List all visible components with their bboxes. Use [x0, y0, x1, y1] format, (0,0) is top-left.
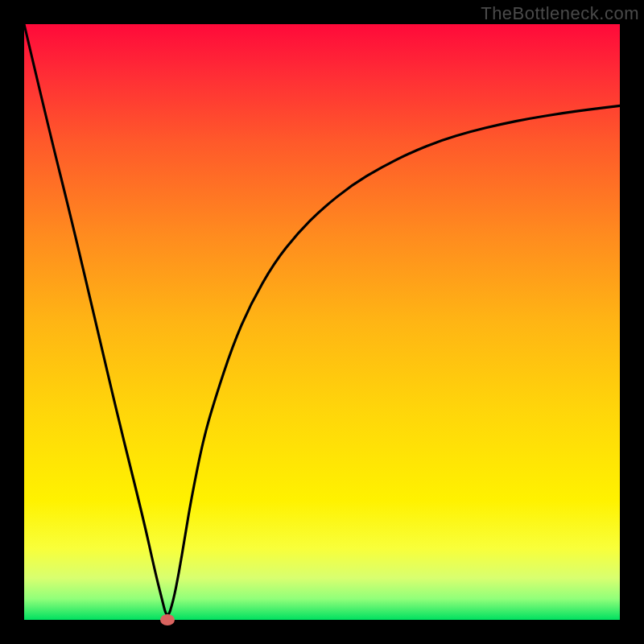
bottleneck-curve-path — [24, 24, 620, 615]
chart-frame: TheBottleneck.com — [0, 0, 644, 644]
minimum-marker — [160, 614, 175, 625]
watermark-text: TheBottleneck.com — [481, 3, 639, 24]
chart-svg — [24, 24, 620, 620]
